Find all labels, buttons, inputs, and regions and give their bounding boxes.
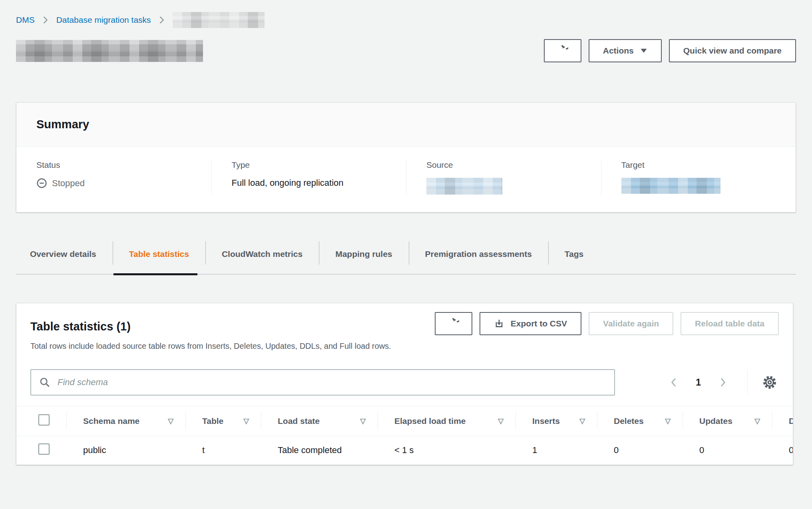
cell-inserts: 1 [515,436,597,465]
chevron-left-icon [669,377,679,388]
download-icon [494,318,504,329]
schema-search [30,369,615,396]
table-statistics-title: Table statistics (1) [30,314,131,333]
schema-search-input[interactable] [30,369,615,396]
chevron-right-icon [157,16,166,24]
validate-again-button: Validate again [589,312,673,335]
chevron-right-icon [41,16,50,24]
table-statistics-table-wrap: Schema name▽ Table▽ Load state▽ Elapsed … [16,406,793,465]
refresh-icon [557,45,568,56]
row-checkbox[interactable] [38,443,50,455]
summary-field-status: Status Stopped [16,160,211,195]
table-refresh-button[interactable] [435,312,472,335]
header-actions: Actions Quick view and compare [544,39,796,62]
table-tools-row: 1 [30,369,779,396]
cell-table: t [185,436,261,465]
actions-button-label: Actions [603,46,634,56]
cell-elapsed-load-time: < 1 s [378,436,515,465]
status-value: Stopped [52,178,85,189]
tab-cloudwatch-metrics[interactable]: CloudWatch metrics [205,240,319,274]
breadcrumb: DMS Database migration tasks [16,12,796,28]
column-header-table: Table [202,416,223,426]
summary-field-target: Target [601,160,796,195]
column-header-elapsed-load-time: Elapsed load time [394,416,466,426]
summary-panel: Summary Status Stopped Type Full load, [16,102,796,213]
table-header-row: Schema name▽ Table▽ Load state▽ Elapsed … [16,406,793,436]
column-header-deletes: Deletes [614,416,644,426]
sort-icon[interactable]: ▽ [498,418,504,425]
sort-icon[interactable]: ▽ [579,418,585,425]
column-header-clipped: D [789,416,793,426]
cell-deletes: 0 [597,436,683,465]
target-label: Target [621,160,784,170]
export-csv-label: Export to CSV [511,319,567,328]
validate-again-label: Validate again [603,319,659,328]
sort-icon[interactable]: ▽ [360,418,366,425]
cell-updates: 0 [683,436,772,465]
previous-page-button[interactable] [667,376,681,389]
sort-icon[interactable]: ▽ [168,418,173,425]
sort-icon[interactable]: ▽ [665,418,671,425]
summary-panel-header: Summary [16,103,796,147]
column-header-inserts: Inserts [532,416,560,426]
redacted-page-title [16,40,203,62]
stopped-icon [36,178,47,189]
type-value: Full load, ongoing replication [232,178,394,188]
table-preferences-button[interactable] [760,373,779,392]
gear-icon [762,375,777,390]
type-label: Type [232,160,394,170]
column-header-updates: Updates [699,416,732,426]
table-statistics-description: Total rows include loaded source table r… [30,342,779,351]
tab-table-statistics[interactable]: Table statistics [113,240,205,274]
tab-tags[interactable]: Tags [548,240,600,274]
actions-button[interactable]: Actions [589,39,662,62]
task-detail-tabs: Overview details Table statistics CloudW… [16,240,796,274]
pagination: 1 [667,376,730,389]
caret-down-icon [640,48,647,54]
source-label: Source [426,160,589,170]
column-header-load-state: Load state [278,416,320,426]
cell-schema-name: public [66,436,185,465]
redacted-task-name-breadcrumb [173,12,265,28]
tab-mapping-rules[interactable]: Mapping rules [319,240,408,274]
column-header-schema-name: Schema name [83,416,139,426]
reload-table-data-button: Reload table data [681,312,779,335]
chevron-right-icon [718,377,728,388]
next-page-button[interactable] [716,376,730,389]
summary-title: Summary [36,118,776,131]
cell-clipped: 0 [772,436,793,465]
reload-table-data-label: Reload table data [695,319,764,328]
quick-view-compare-button[interactable]: Quick view and compare [669,39,796,62]
current-page-number: 1 [696,377,701,388]
table-statistics-table: Schema name▽ Table▽ Load state▽ Elapsed … [16,406,793,465]
sort-icon[interactable]: ▽ [754,418,760,425]
quick-view-compare-label: Quick view and compare [683,46,782,56]
refresh-icon [448,318,459,329]
table-statistics-panel: Table statistics (1) [16,303,793,465]
cell-load-state: Table completed [261,436,378,465]
tab-overview-details[interactable]: Overview details [16,240,113,274]
page-header: Actions Quick view and compare [16,39,796,62]
summary-field-source: Source [406,160,601,195]
status-label: Status [36,160,199,170]
redacted-source-endpoint-link[interactable] [426,178,502,195]
table-row: public t Table completed < 1 s 1 0 0 0 [16,436,793,465]
tools-divider [747,370,748,395]
search-icon [39,377,50,388]
breadcrumb-link-migration-tasks[interactable]: Database migration tasks [56,15,151,25]
sort-icon[interactable]: ▽ [243,418,249,425]
dms-task-page: DMS Database migration tasks Actions [0,0,812,509]
breadcrumb-link-dms[interactable]: DMS [16,15,35,25]
redacted-target-endpoint-link[interactable] [621,178,720,194]
refresh-button[interactable] [544,39,581,62]
summary-grid: Status Stopped Type Full load, ongoing r… [16,147,796,212]
export-csv-button[interactable]: Export to CSV [480,312,581,335]
tab-premigration-assessments[interactable]: Premigration assessments [409,240,548,274]
select-all-checkbox[interactable] [38,414,50,425]
summary-field-type: Type Full load, ongoing replication [211,160,406,195]
